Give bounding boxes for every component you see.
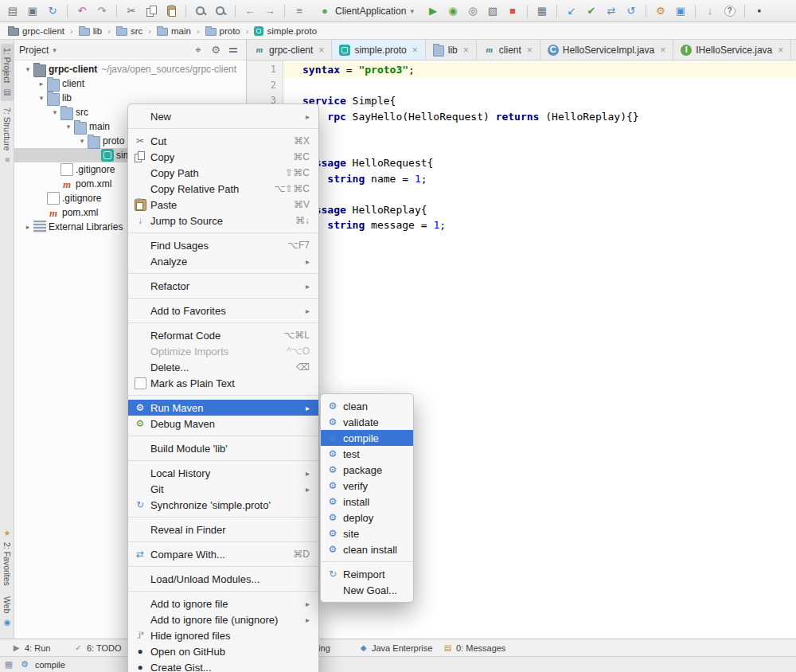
menu-item-synchronize-simple-proto[interactable]: ↻Synchronize 'simple.proto' xyxy=(128,497,318,513)
breadcrumb-item-src[interactable]: src xyxy=(115,25,144,36)
editor-tab-helloserviceimpl-java[interactable]: CHelloServiceImpl.java× xyxy=(540,40,673,60)
search-everywhere-icon-button[interactable]: ▦ xyxy=(533,2,552,20)
maven-goal-install[interactable]: ⚙install xyxy=(321,494,413,510)
expanded-arrow-icon[interactable]: ▾ xyxy=(36,94,47,102)
maven-goal-clean[interactable]: ⚙clean xyxy=(321,398,413,414)
cut-icon-button[interactable]: ✂ xyxy=(122,2,141,20)
synchronize-icon-button[interactable]: ↻ xyxy=(43,2,62,20)
toolwindow-button-javaee[interactable]: ◆Java Enterprise xyxy=(358,639,432,656)
breadcrumb-item-proto[interactable]: proto xyxy=(204,25,242,36)
maven-goal-verify[interactable]: ⚙verify xyxy=(321,478,413,494)
window-icon-button[interactable]: ▪ xyxy=(750,2,769,20)
close-icon[interactable]: × xyxy=(318,45,324,56)
project-panel-title-wrap[interactable]: Project ▾ xyxy=(19,45,189,56)
settings-icon-button[interactable]: ⚙ xyxy=(651,2,670,20)
breadcrumb-item-main[interactable]: main xyxy=(155,25,193,36)
tool-window-button-2-favorites[interactable]: ★2: Favorites xyxy=(1,524,14,590)
collapseall-button[interactable] xyxy=(225,42,241,58)
debug-icon-button[interactable]: ◉ xyxy=(443,2,462,20)
editor-tab-simple-proto[interactable]: simple.proto× xyxy=(332,40,425,60)
close-icon[interactable]: × xyxy=(660,45,665,56)
editor-tab-lib[interactable]: lib× xyxy=(426,40,477,60)
open-icon-button[interactable]: ▤ xyxy=(3,2,22,20)
breadcrumb-item-grpc-client[interactable]: grpc-client xyxy=(6,25,66,36)
menu-item-load-unload-modules[interactable]: Load/Unload Modules... xyxy=(128,571,318,587)
update-project-icon-button[interactable]: ↙ xyxy=(562,2,581,20)
menu-item-refactor[interactable]: Refactor▸ xyxy=(128,278,318,294)
tree-row-grpc-client[interactable]: ▾grpc-client ~/java/open_sources/grpc-cl… xyxy=(14,62,246,76)
attach-icon-button[interactable]: ↓ xyxy=(700,2,720,20)
maven-goal-clean-install[interactable]: ⚙clean install xyxy=(321,541,413,557)
menu-item-build-module-lib[interactable]: Build Module 'lib' xyxy=(128,440,318,456)
find-icon-button[interactable] xyxy=(191,2,210,20)
close-icon[interactable]: × xyxy=(527,45,533,56)
tool-window-switcher-icon[interactable]: ▦ xyxy=(3,659,14,670)
editor-tab-grpc-client[interactable]: mgrpc-client× xyxy=(247,40,332,60)
forward-icon-button[interactable]: → xyxy=(260,2,279,20)
geargray-button[interactable]: ⚙ xyxy=(208,42,224,58)
find-in-path-icon-button[interactable] xyxy=(211,2,230,20)
menu-item-copy-path[interactable]: Copy Path⇧⌘C xyxy=(128,165,318,181)
breadcrumb-item-lib[interactable]: lib xyxy=(77,25,104,36)
rollback-icon-button[interactable]: ↺ xyxy=(622,2,641,20)
maven-goal-new-goal[interactable]: New Goal... xyxy=(321,582,413,598)
menu-item-run-maven[interactable]: ⚙Run Maven▸ xyxy=(128,400,318,416)
maven-goal-compile[interactable]: ⚙compile xyxy=(321,430,413,446)
compile-project-icon-button[interactable]: ≡ xyxy=(290,2,309,20)
expanded-arrow-icon[interactable]: ▾ xyxy=(22,65,33,73)
close-icon[interactable]: × xyxy=(463,45,469,56)
toolwindow-button-messages[interactable]: ▤0: Messages xyxy=(443,639,505,656)
menu-item-mark-as-plain-text[interactable]: Mark as Plain Text xyxy=(128,375,318,391)
editor-tab-client[interactable]: mclient× xyxy=(477,40,540,60)
toolwindow-button-todo[interactable]: ✓6: TODO xyxy=(73,639,122,656)
tool-window-button-1-project[interactable]: 1: Project▤ xyxy=(1,44,14,101)
toolwindow-button-run[interactable]: ▶4: Run xyxy=(11,639,50,656)
menu-item-paste[interactable]: Paste⌘V xyxy=(128,197,318,213)
menu-item-debug-maven[interactable]: ⚙Debug Maven xyxy=(128,416,318,432)
maven-goal-site[interactable]: ⚙site xyxy=(321,525,413,541)
tree-row-client[interactable]: ▸client xyxy=(14,76,246,91)
menu-item-new[interactable]: New▸ xyxy=(128,108,318,124)
paste-icon-button[interactable] xyxy=(162,2,181,20)
menu-item-add-to-ignore-file-unignore[interactable]: Add to ignore file (unignore)▸ xyxy=(128,611,318,627)
menu-item-add-to-favorites[interactable]: Add to Favorites▸ xyxy=(128,303,318,318)
close-icon[interactable]: × xyxy=(778,45,783,56)
menu-item-jump-to-source[interactable]: ↓Jump to Source⌘↓ xyxy=(128,213,318,229)
back-icon-button[interactable]: ← xyxy=(240,2,259,20)
menu-item-find-usages[interactable]: Find Usages⌥F7 xyxy=(128,237,318,253)
menu-item-local-history[interactable]: Local History▸ xyxy=(128,465,318,481)
menu-item-reformat-code[interactable]: Reformat Code⌥⌘L xyxy=(128,327,318,343)
maven-goal-package[interactable]: ⚙package xyxy=(321,462,413,478)
menu-item-cut[interactable]: ✂Cut⌘X xyxy=(128,133,318,149)
menu-item-open-on-github[interactable]: ●Open on GitHub xyxy=(128,643,318,659)
tool-window-button-web[interactable]: Web◉ xyxy=(1,592,14,631)
project-structure-icon-button[interactable]: ▣ xyxy=(671,2,690,20)
menu-item-reveal-in-finder[interactable]: Reveal in Finder xyxy=(128,522,318,537)
close-icon[interactable]: × xyxy=(412,45,418,56)
expanded-arrow-icon[interactable]: ▾ xyxy=(76,137,88,145)
copy-icon-button[interactable] xyxy=(142,2,161,20)
run-config-select[interactable]: ●ClientApplication▾ xyxy=(313,2,419,20)
breadcrumb-item-simple-proto[interactable]: simple.proto xyxy=(252,26,318,36)
menu-item-create-gist[interactable]: ●Create Gist... xyxy=(128,659,318,672)
run-icon-button[interactable]: ▶ xyxy=(423,2,443,20)
editor-tab-ihelloservice-java[interactable]: IIHelloService.java× xyxy=(673,40,791,60)
help-icon-button[interactable]: ? xyxy=(720,2,739,20)
menu-item-copy[interactable]: Copy⌘C xyxy=(128,149,318,165)
menu-item-analyze[interactable]: Analyze▸ xyxy=(128,253,318,269)
undo-icon-button[interactable]: ↶ xyxy=(72,2,92,20)
stop-icon-button[interactable]: ■ xyxy=(503,2,522,20)
profiler-icon-button[interactable]: ▧ xyxy=(483,2,502,20)
expanded-arrow-icon[interactable]: ▾ xyxy=(63,123,74,131)
coverage-icon-button[interactable]: ◎ xyxy=(463,2,482,20)
menu-item-hide-ignored-files[interactable]: .i*Hide ignored files xyxy=(128,627,318,643)
redo-icon-button[interactable]: ↷ xyxy=(92,2,111,20)
tool-window-button-7-structure[interactable]: 7: Structure≡ xyxy=(1,104,14,169)
collapsed-arrow-icon[interactable]: ▸ xyxy=(22,223,33,231)
menu-item-optimize-imports[interactable]: Optimize Imports^⌥O xyxy=(128,343,318,359)
commit-icon-button[interactable]: ✔ xyxy=(582,2,601,20)
menu-item-compare-with[interactable]: ⇄Compare With...⌘D xyxy=(128,546,318,562)
diff-icon-button[interactable]: ⇄ xyxy=(602,2,621,20)
collapsed-arrow-icon[interactable]: ▸ xyxy=(36,80,47,88)
maven-goal-reimport[interactable]: ↻Reimport xyxy=(321,566,413,582)
